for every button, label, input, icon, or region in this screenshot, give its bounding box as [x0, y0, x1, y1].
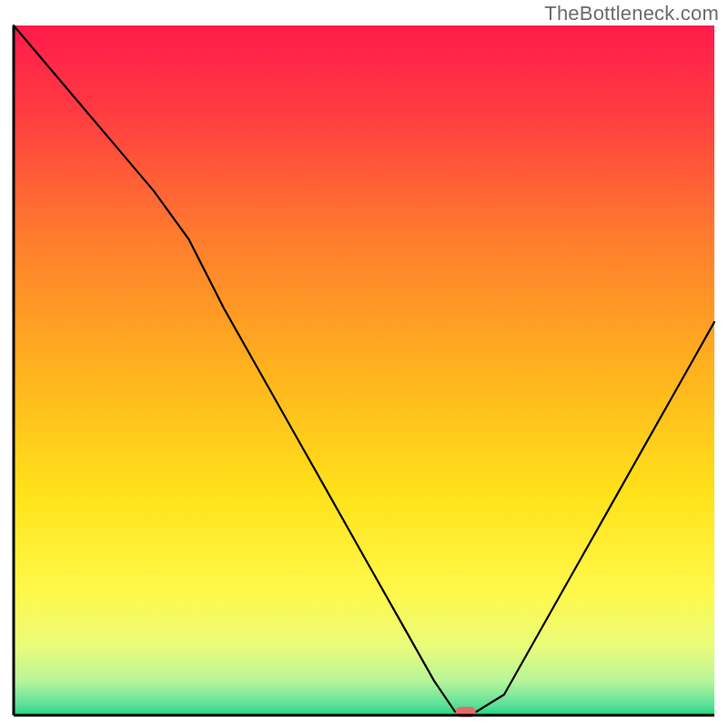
svg-rect-0 [14, 25, 714, 715]
bottleneck-chart [0, 0, 728, 728]
chart-container: TheBottleneck.com [0, 0, 728, 728]
watermark-text: TheBottleneck.com [544, 2, 719, 25]
